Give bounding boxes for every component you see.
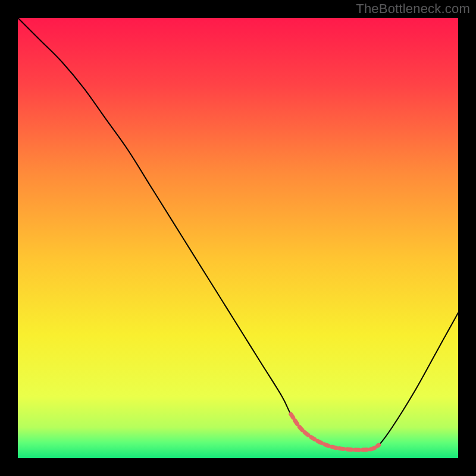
gradient-background [18,18,458,458]
plot-area [18,18,458,458]
watermark-label: TheBottleneck.com [356,1,470,17]
chart-frame: TheBottleneck.com [0,0,476,476]
plot-svg [18,18,458,458]
